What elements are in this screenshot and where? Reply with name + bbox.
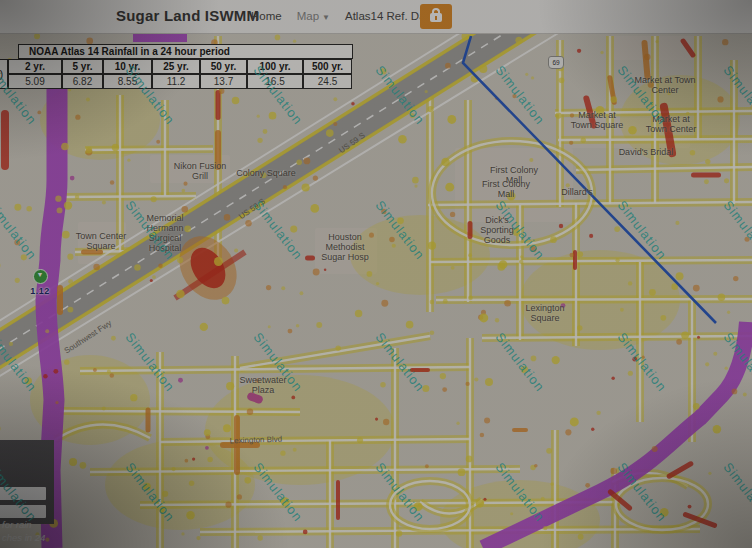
chevron-down-icon: ▼ — [322, 13, 330, 22]
nav-item-map[interactable]: Map▼ — [297, 10, 330, 22]
nav-item-label: Home — [251, 10, 282, 22]
header-bar: Sugar Land ISWMM HomeMap▼Atlas14 Ref. Da… — [0, 0, 752, 34]
table-header-cell: 5 yr. — [62, 59, 103, 74]
lock-button[interactable] — [420, 4, 452, 29]
legend-text-fragment: for rain — [2, 519, 32, 530]
table-header-cell: 50 yr. — [200, 59, 247, 74]
table-header-cell: 25 yr. — [152, 59, 200, 74]
table-header-cell: 10 yr. — [103, 59, 152, 74]
row-label-cell: es) — [0, 59, 8, 89]
legend-swatch — [0, 487, 46, 500]
table-header-cell: 500 yr. — [303, 59, 352, 74]
legend-widget-panel — [0, 440, 54, 524]
nav-menu: HomeMap▼Atlas14 Ref. Data — [251, 10, 435, 22]
gauge-value: 1.12 — [20, 286, 60, 296]
marker-pin-icon[interactable] — [33, 269, 48, 284]
lock-icon — [430, 13, 442, 22]
gauge-marker[interactable]: 1.12 — [20, 269, 60, 296]
table-value-cell: 6.82 — [62, 74, 103, 89]
legend-text-fragment: ches in 24 — [2, 532, 45, 543]
table-value-cell: 5.09 — [8, 74, 62, 89]
app-title: Sugar Land ISWMM — [116, 7, 259, 24]
table-value-cell: 11.2 — [152, 74, 200, 89]
table-value-cell: 24.5 — [303, 74, 352, 89]
table-value-cell: 8.55 — [103, 74, 152, 89]
highway-shield-icon: 69 — [548, 56, 564, 69]
table-header-cell: 100 yr. — [247, 59, 303, 74]
rainfall-table-title: NOAA Atlas 14 Rainfall in a 24 hour peri… — [18, 44, 353, 59]
legend-swatch — [0, 505, 46, 518]
table-value-cell: 13.7 — [200, 74, 247, 89]
nav-item-label: Map — [297, 10, 319, 22]
nav-item-home[interactable]: Home — [251, 10, 282, 22]
table-value-cell: 16.5 — [247, 74, 303, 89]
table-header-cell: 2 yr. — [8, 59, 62, 74]
